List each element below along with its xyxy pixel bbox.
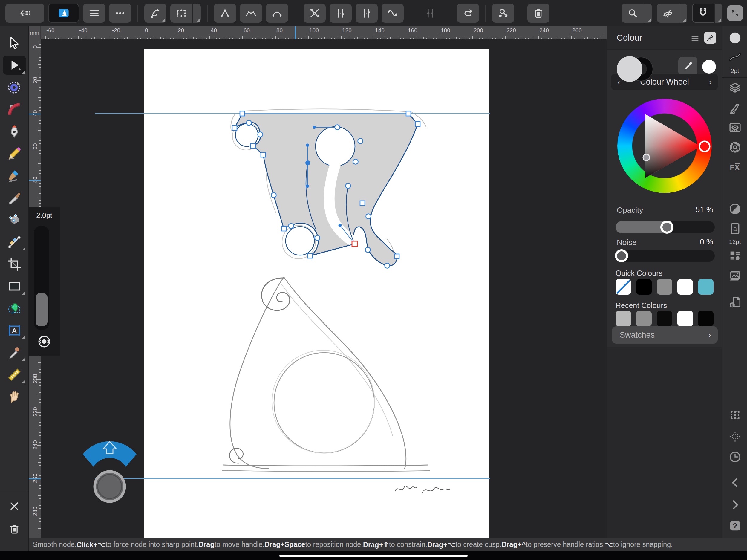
view-mode-button-options[interactable] [679,4,687,23]
stroke-width-slider[interactable] [34,226,49,330]
brushes-studio[interactable] [722,101,747,115]
convert-to-sharp-button[interactable] [214,4,236,23]
smooth-node[interactable] [358,139,363,144]
sharp-node[interactable] [394,254,399,259]
align-nodes-button[interactable] [419,4,441,23]
knife-tool[interactable] [3,188,26,207]
colour-wheel[interactable] [617,99,712,193]
pin-panel-button[interactable] [704,32,716,44]
quick-swatch-3[interactable] [677,279,693,295]
convert-to-smooth-button[interactable] [240,4,262,23]
current-colour-swatch[interactable] [722,31,747,45]
back-gallery-button[interactable] [5,4,44,23]
selected-handle[interactable] [305,160,310,165]
history-studio[interactable] [722,450,747,464]
app-logo-button[interactable] [48,4,79,23]
horizontal-ruler[interactable]: -60-40-200204060801001201401601802002202… [41,26,607,40]
adjustments-studio[interactable] [722,121,747,134]
sharp-node[interactable] [281,226,286,231]
smooth-node[interactable] [353,159,358,164]
transform-mode-toggle-options[interactable] [193,4,201,23]
vector-brush-tool[interactable] [3,166,26,185]
point-transform-tool[interactable] [3,78,26,97]
stroke-style-button[interactable] [722,50,747,64]
collapse-left-button[interactable] [722,476,747,489]
delete-button[interactable] [527,4,549,23]
view-mode-button[interactable] [657,4,679,23]
transform-studio[interactable] [722,408,747,422]
cancel-button[interactable] [0,500,29,513]
rectangle-tool[interactable] [3,277,26,296]
canvas-viewport[interactable] [41,40,607,538]
node-tool[interactable] [3,56,26,75]
secondary-colour-swatch[interactable] [702,60,716,74]
control-handle[interactable] [306,144,309,147]
recent-swatch-0[interactable] [616,311,631,326]
sharp-node[interactable] [261,152,266,157]
zoom-tool-button[interactable] [621,4,644,23]
arrange-studio[interactable] [722,430,747,443]
pencil-edit-toggle[interactable] [144,4,166,23]
quick-swatch-4[interactable] [698,279,714,295]
join-curves-button[interactable] [356,4,378,23]
fill-colour-selector[interactable] [617,56,642,82]
recent-swatch-1[interactable] [636,311,652,326]
filters-studio[interactable] [722,141,747,154]
convert-to-smart-button[interactable] [266,4,288,23]
preview-toggle-icon[interactable] [29,334,60,349]
sharp-node[interactable] [308,253,313,258]
pen-tool[interactable] [3,122,26,141]
swatches-button[interactable]: Swatches › [612,326,718,343]
sharp-node[interactable] [360,201,365,206]
text-tool[interactable]: A [3,321,26,340]
document-studio[interactable] [722,295,747,309]
layers-studio[interactable] [722,81,747,95]
recent-swatch-4[interactable] [698,311,714,326]
recent-swatch-2[interactable] [657,311,672,326]
colour-picker-button[interactable] [678,57,697,76]
document-scene[interactable] [41,40,607,538]
pencil-tool[interactable] [3,144,26,163]
help-button[interactable]: ? [722,519,747,533]
move-tool[interactable] [3,33,26,53]
quick-swatch-2[interactable] [657,279,672,295]
stroke-width-slider-thumb[interactable] [35,293,48,326]
smooth-node[interactable] [247,121,252,126]
snapping-button[interactable] [692,4,714,23]
effects-studio[interactable]: FX [722,160,747,174]
sharp-node[interactable] [232,126,237,130]
gradient-tool[interactable] [3,232,26,252]
character-studio[interactable]: a [722,222,747,235]
smooth-node[interactable] [289,224,294,229]
smooth-node[interactable] [385,263,390,268]
noise-slider-knob[interactable] [615,249,628,262]
main-menu-button[interactable] [83,4,105,23]
control-handle[interactable] [338,224,342,227]
paragraph-studio[interactable] [722,249,747,262]
saturation-selector[interactable] [643,154,650,161]
sharp-node[interactable] [406,111,411,116]
appearance-studio[interactable] [722,202,747,216]
more-options-button[interactable] [109,4,131,23]
collapse-right-button[interactable] [722,498,747,512]
saturation-triangle[interactable] [645,114,701,178]
panel-menu-icon[interactable] [690,33,700,45]
selected-node[interactable] [352,241,357,247]
smooth-node[interactable] [366,214,371,219]
reverse-curves-button[interactable] [457,4,479,23]
modifier-fan-controller[interactable] [83,441,136,502]
opacity-slider-knob[interactable] [660,221,673,234]
shape-builder-tool[interactable] [3,299,26,318]
smooth-node[interactable] [346,183,351,188]
colour-picker-tool[interactable] [3,343,26,362]
opacity-slider[interactable] [616,221,715,233]
crop-tool[interactable] [3,255,26,274]
sharp-node[interactable] [251,144,256,148]
assets-studio[interactable] [722,270,747,283]
delete-selection-button[interactable] [0,523,29,535]
view-tool[interactable] [3,387,26,406]
break-curve-button[interactable] [304,4,326,23]
corner-tool[interactable] [3,100,26,119]
quick-swatch-0[interactable] [616,279,631,295]
zoom-tool-button-options[interactable] [644,4,652,23]
